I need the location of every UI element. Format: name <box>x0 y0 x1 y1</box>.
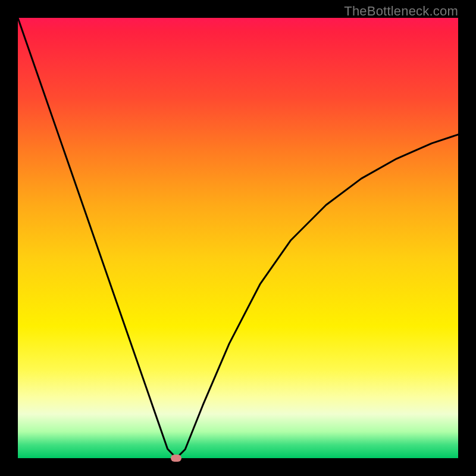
bottleneck-curve <box>18 18 458 458</box>
watermark-text: TheBottleneck.com <box>344 4 458 19</box>
plot-area <box>18 18 458 458</box>
optimal-point-marker <box>171 455 181 462</box>
chart-frame: TheBottleneck.com <box>0 0 476 476</box>
